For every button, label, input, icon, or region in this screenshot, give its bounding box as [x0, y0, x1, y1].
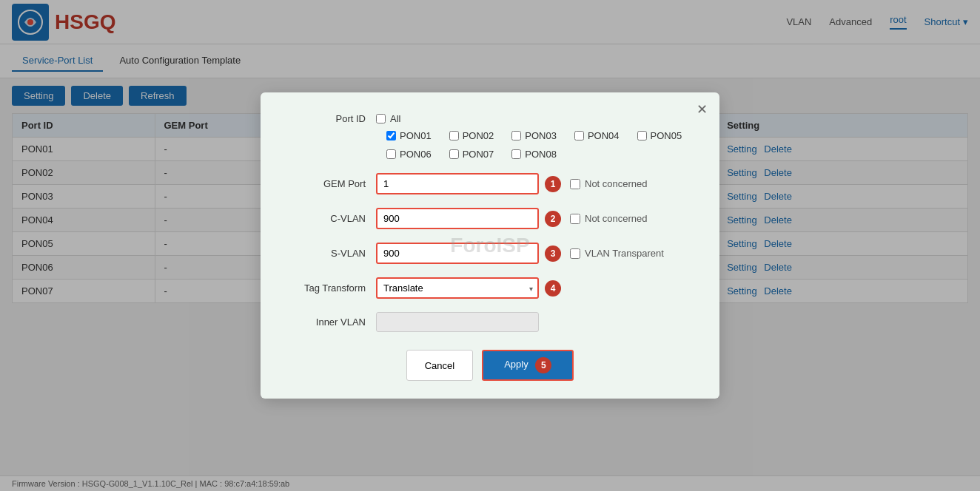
gem-port-input[interactable] [376, 173, 539, 194]
tag-transform-select[interactable]: Translate Add Remove Replace [376, 277, 539, 299]
gem-port-row: GEM Port 1 Not concerned [287, 173, 693, 194]
pon-item: PON01 [386, 130, 432, 141]
s-vlan-label: S-VLAN [287, 248, 376, 259]
pon-checkbox-pon06[interactable] [386, 149, 396, 159]
gem-not-concerned-checkbox[interactable] [570, 179, 580, 189]
pon-checkbox-pon02[interactable] [449, 131, 459, 140]
pon-checkbox-pon04[interactable] [574, 131, 584, 140]
all-checkbox[interactable] [376, 114, 386, 123]
c-vlan-input[interactable] [376, 208, 539, 229]
gem-port-label: GEM Port [287, 178, 376, 189]
c-vlan-row: C-VLAN 2 Not concerned [287, 208, 693, 229]
c-not-concerned-label[interactable]: Not concerned [570, 213, 648, 224]
s-vlan-transparent-label[interactable]: VLAN Transparent [570, 248, 664, 259]
pon-item: PON02 [449, 130, 494, 141]
gem-not-concerned-text: Not concerned [585, 178, 648, 189]
pon-label-pon02: PON02 [463, 130, 494, 141]
pon-label-pon04: PON04 [588, 130, 620, 141]
step-2-badge: 2 [545, 211, 561, 227]
s-vlan-input[interactable] [376, 243, 539, 264]
step-4-badge: 4 [545, 280, 561, 297]
modal: ✕ ForoISP Port ID All PON01 PON02 PON03 [261, 92, 719, 303]
pon-grid: PON01 PON02 PON03 PON04 PON05 PON06 PON0… [386, 130, 693, 160]
pon-item: PON03 [511, 130, 557, 141]
tag-transform-wrapper: Translate Add Remove Replace ▾ [376, 277, 539, 299]
pon-label-pon06: PON06 [400, 149, 432, 160]
pon-item: PON05 [637, 130, 682, 141]
pon-label-pon05: PON05 [651, 130, 682, 141]
tag-transform-row: Tag Transform Translate Add Remove Repla… [287, 277, 693, 299]
pon-item: PON04 [574, 130, 620, 141]
port-id-row: Port ID All [287, 113, 693, 124]
tag-transform-label: Tag Transform [287, 282, 376, 294]
gem-not-concerned-label[interactable]: Not concerned [570, 178, 648, 189]
pon-checkbox-pon03[interactable] [511, 131, 521, 140]
all-checkbox-label[interactable]: All [376, 113, 400, 124]
pon-label-pon01: PON01 [400, 130, 432, 141]
c-not-concerned-text: Not concerned [585, 213, 648, 224]
step-1-badge: 1 [545, 176, 561, 192]
port-id-label: Port ID [287, 113, 376, 124]
pon-item: PON07 [449, 149, 494, 160]
pon-checkbox-pon08[interactable] [511, 149, 521, 159]
c-not-concerned-checkbox[interactable] [570, 214, 580, 224]
pon-label-pon07: PON07 [463, 149, 494, 160]
pon-label-pon08: PON08 [525, 149, 557, 160]
port-id-section: Port ID All PON01 PON02 PON03 PON04 PON0… [287, 113, 693, 160]
step-3-badge: 3 [545, 246, 561, 262]
pon-checkbox-pon07[interactable] [449, 149, 459, 159]
all-label: All [390, 113, 400, 124]
pon-item: PON06 [386, 149, 432, 160]
pon-label-pon03: PON03 [525, 130, 557, 141]
close-button[interactable]: ✕ [697, 101, 708, 118]
modal-overlay: ✕ ForoISP Port ID All PON01 PON02 PON03 [0, 0, 980, 303]
s-vlan-row: S-VLAN 3 VLAN Transparent [287, 243, 693, 264]
s-vlan-transparent-text: VLAN Transparent [585, 248, 664, 259]
pon-checkbox-pon01[interactable] [386, 131, 396, 140]
s-vlan-transparent-checkbox[interactable] [570, 248, 580, 259]
c-vlan-label: C-VLAN [287, 213, 376, 224]
pon-item: PON08 [511, 149, 557, 160]
pon-checkbox-pon05[interactable] [637, 131, 647, 140]
